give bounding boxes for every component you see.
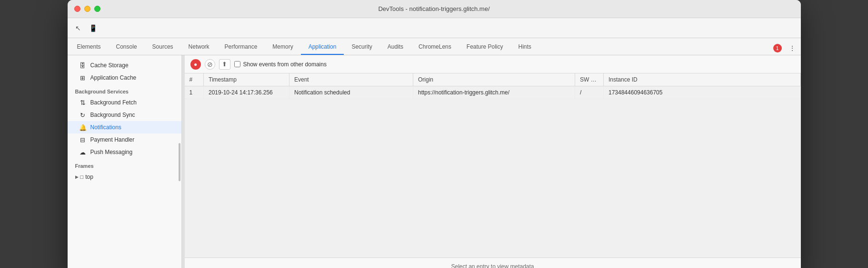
upload-icon: ⬆ — [222, 61, 227, 68]
window-title: DevTools - notification-triggers.glitch.… — [378, 5, 489, 12]
action-bar: ● ⊘ ⬆ Show events from other domains — [185, 55, 801, 73]
frame-icon: □ — [80, 174, 84, 180]
tab-audits[interactable]: Audits — [380, 40, 411, 55]
tab-performance[interactable]: Performance — [217, 40, 265, 55]
frames-section-label: Frames — [68, 158, 181, 171]
sidebar-label-payment-handler: Payment Handler — [90, 136, 135, 143]
tab-sources[interactable]: Sources — [145, 40, 181, 55]
tab-application[interactable]: Application — [301, 40, 344, 55]
sidebar-label-background-fetch: Background Fetch — [90, 99, 137, 106]
upload-button[interactable]: ⬆ — [219, 59, 230, 70]
events-table-container[interactable]: # Timestamp Event Origin SW … Instance I… — [185, 73, 801, 258]
minimize-button[interactable] — [84, 6, 90, 12]
cache-storage-icon: 🗄 — [79, 62, 87, 69]
sidebar-item-background-fetch[interactable]: ⇅ Background Fetch — [68, 96, 181, 109]
table-header-row: # Timestamp Event Origin SW … Instance I… — [185, 73, 801, 86]
background-services-section-label: Background Services — [68, 84, 181, 96]
col-header-event: Event — [289, 73, 413, 86]
close-button[interactable] — [74, 6, 80, 12]
record-button[interactable]: ● — [190, 59, 201, 70]
sidebar-item-notifications[interactable]: 🔔 Notifications — [68, 121, 181, 134]
sidebar-item-application-cache[interactable]: ⊞ Application Cache — [68, 72, 181, 84]
fullscreen-button[interactable] — [94, 6, 100, 12]
nav-tabs: Elements Console Sources Network Perform… — [68, 38, 801, 55]
sidebar-item-frames-top[interactable]: ▶ □ top — [68, 171, 181, 183]
show-events-checkbox[interactable] — [234, 61, 240, 67]
toolbar: ↖ 📱 — [68, 18, 801, 38]
clear-icon: ⊘ — [207, 61, 213, 68]
background-sync-icon: ↻ — [79, 112, 87, 119]
sidebar-item-background-sync[interactable]: ↻ Background Sync — [68, 109, 181, 121]
cursor-icon: ↖ — [75, 24, 81, 32]
more-icon: ⋮ — [789, 44, 796, 52]
sidebar-label-top: top — [85, 174, 93, 180]
notifications-icon: 🔔 — [79, 124, 87, 131]
sidebar-item-payment-handler[interactable]: ⊟ Payment Handler — [68, 134, 181, 146]
error-badge: 1 — [773, 44, 782, 52]
tab-feature-policy[interactable]: Feature Policy — [459, 40, 511, 55]
sidebar-scrollbar[interactable] — [179, 143, 180, 181]
sidebar-label-push-messaging: Push Messaging — [90, 149, 133, 155]
cell-sw: / — [575, 86, 604, 99]
cell-timestamp: 2019-10-24 14:17:36.256 — [204, 86, 289, 99]
cell-num: 1 — [185, 86, 204, 99]
metadata-bar: Select an entry to view metadata — [185, 258, 801, 268]
tab-hints[interactable]: Hints — [511, 40, 539, 55]
sidebar: 🗄 Cache Storage ⊞ Application Cache Back… — [68, 55, 182, 268]
tab-memory[interactable]: Memory — [265, 40, 300, 55]
push-messaging-icon: ☁ — [79, 149, 87, 156]
show-events-label[interactable]: Show events from other domains — [234, 61, 327, 68]
tab-chromelens[interactable]: ChromeLens — [411, 40, 459, 55]
sidebar-label-application-cache: Application Cache — [90, 74, 137, 81]
tab-security[interactable]: Security — [344, 40, 379, 55]
metadata-text: Select an entry to view metadata — [451, 263, 534, 268]
devtools-window: DevTools - notification-triggers.glitch.… — [68, 0, 801, 268]
show-events-text: Show events from other domains — [243, 61, 327, 68]
col-header-num: # — [185, 73, 204, 86]
events-table: # Timestamp Event Origin SW … Instance I… — [185, 73, 801, 99]
nav-right: 1 ⋮ — [773, 41, 799, 55]
sidebar-label-cache-storage: Cache Storage — [90, 62, 129, 69]
cell-instance: 17348446094636705 — [604, 86, 801, 99]
tab-network[interactable]: Network — [181, 40, 217, 55]
table-row[interactable]: 1 2019-10-24 14:17:36.256 Notification s… — [185, 86, 801, 99]
sidebar-item-push-messaging[interactable]: ☁ Push Messaging — [68, 146, 181, 158]
device-toolbar-button[interactable]: 📱 — [87, 21, 100, 35]
titlebar: DevTools - notification-triggers.glitch.… — [68, 0, 801, 18]
clear-button[interactable]: ⊘ — [205, 59, 215, 70]
sidebar-label-notifications: Notifications — [90, 124, 121, 131]
cell-origin: https://notification-triggers.glitch.me/ — [413, 86, 575, 99]
device-icon: 📱 — [89, 24, 97, 32]
inspect-element-button[interactable]: ↖ — [71, 21, 85, 35]
main-layout: 🗄 Cache Storage ⊞ Application Cache Back… — [68, 55, 801, 268]
tree-arrow-icon: ▶ — [75, 175, 79, 179]
application-cache-icon: ⊞ — [79, 74, 87, 82]
content-area: ● ⊘ ⬆ Show events from other domains — [185, 55, 801, 268]
record-icon: ● — [194, 61, 197, 68]
sidebar-item-cache-storage[interactable]: 🗄 Cache Storage — [68, 59, 181, 72]
background-fetch-icon: ⇅ — [79, 99, 87, 106]
sidebar-label-background-sync: Background Sync — [90, 112, 135, 118]
cell-event: Notification scheduled — [289, 86, 413, 99]
payment-handler-icon: ⊟ — [79, 136, 87, 144]
tab-console[interactable]: Console — [109, 40, 145, 55]
col-header-origin: Origin — [413, 73, 575, 86]
more-options-button[interactable]: ⋮ — [786, 41, 799, 55]
col-header-sw: SW … — [575, 73, 604, 86]
col-header-timestamp: Timestamp — [204, 73, 289, 86]
tab-elements[interactable]: Elements — [70, 40, 109, 55]
traffic-lights — [74, 6, 100, 12]
col-header-instance: Instance ID — [604, 73, 801, 86]
